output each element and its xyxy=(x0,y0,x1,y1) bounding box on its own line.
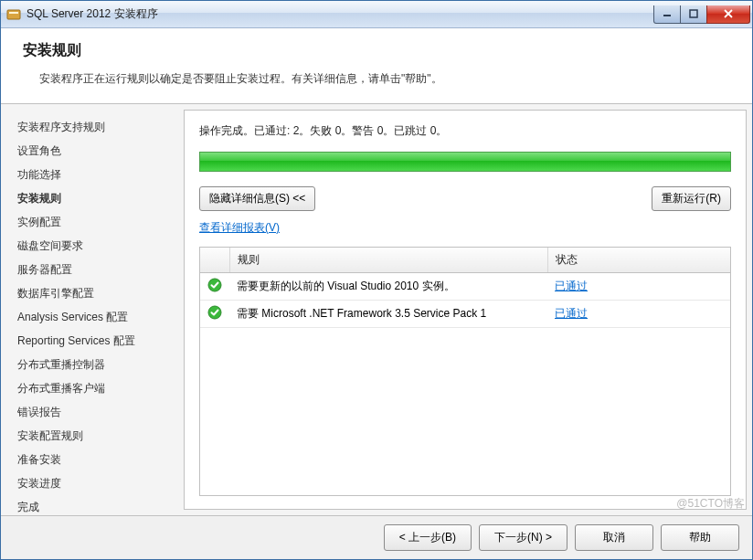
main-panel: 操作完成。已通过: 2。失败 0。警告 0。已跳过 0。 隐藏详细信息(S) <… xyxy=(184,110,747,510)
sidebar-item-10[interactable]: 分布式重播控制器 xyxy=(17,353,184,376)
back-button[interactable]: < 上一步(B) xyxy=(384,524,472,551)
col-rule: 规则 xyxy=(229,248,547,273)
titlebar: SQL Server 2012 安装程序 xyxy=(1,1,752,28)
svg-rect-2 xyxy=(663,15,671,16)
svg-rect-0 xyxy=(7,10,20,19)
svg-rect-1 xyxy=(9,12,18,14)
page-subtitle: 安装程序正在运行规则以确定是否要阻止安装过程。有关详细信息，请单击"帮助"。 xyxy=(23,71,730,87)
sidebar-item-0[interactable]: 安装程序支持规则 xyxy=(17,115,184,139)
sidebar-item-11[interactable]: 分布式重播客户端 xyxy=(17,376,184,400)
page-title: 安装规则 xyxy=(23,41,730,60)
installer-window: SQL Server 2012 安装程序 安装规则 安装程序正在运行规则以确定是… xyxy=(0,0,753,560)
sidebar-item-4[interactable]: 实例配置 xyxy=(17,210,184,234)
sidebar-item-16[interactable]: 完成 xyxy=(17,495,184,515)
window-title: SQL Server 2012 安装程序 xyxy=(27,6,654,22)
rule-cell: 需要更新的以前的 Visual Studio 2010 实例。 xyxy=(229,273,547,301)
actions-row: 隐藏详细信息(S) << 重新运行(R) xyxy=(199,186,731,211)
rule-cell: 需要 Microsoft .NET Framework 3.5 Service … xyxy=(229,301,547,328)
help-button[interactable]: 帮助 xyxy=(661,524,739,551)
progress-bar xyxy=(199,152,731,172)
svg-rect-3 xyxy=(690,10,697,17)
footer: < 上一步(B) 下一步(N) > 取消 帮助 xyxy=(1,515,752,559)
table-row: 需要更新的以前的 Visual Studio 2010 实例。已通过 xyxy=(200,273,730,301)
page-header: 安装规则 安装程序正在运行规则以确定是否要阻止安装过程。有关详细信息，请单击"帮… xyxy=(1,28,752,104)
window-controls xyxy=(654,5,750,24)
sidebar-item-9[interactable]: Reporting Services 配置 xyxy=(17,329,184,353)
sidebar-item-2[interactable]: 功能选择 xyxy=(17,163,184,186)
close-button[interactable] xyxy=(706,5,750,24)
col-status: 状态 xyxy=(547,248,730,273)
maximize-button[interactable] xyxy=(680,5,707,24)
sidebar-item-12[interactable]: 错误报告 xyxy=(17,400,184,424)
status-link[interactable]: 已通过 xyxy=(555,280,588,292)
check-icon xyxy=(207,278,222,292)
rules-table: 规则 状态 需要更新的以前的 Visual Studio 2010 实例。已通过… xyxy=(200,248,730,328)
view-report-link[interactable]: 查看详细报表(V) xyxy=(199,220,731,236)
sidebar-item-7[interactable]: 数据库引擎配置 xyxy=(17,281,184,305)
app-icon xyxy=(6,7,21,22)
rerun-button[interactable]: 重新运行(R) xyxy=(652,186,731,211)
sidebar-item-8[interactable]: Analysis Services 配置 xyxy=(17,305,184,329)
sidebar-item-15[interactable]: 安装进度 xyxy=(17,471,184,495)
check-icon xyxy=(207,305,222,320)
sidebar-item-3[interactable]: 安装规则 xyxy=(17,186,184,210)
sidebar-item-6[interactable]: 服务器配置 xyxy=(17,258,184,281)
minimize-button[interactable] xyxy=(653,5,681,24)
table-row: 需要 Microsoft .NET Framework 3.5 Service … xyxy=(200,301,730,328)
sidebar-item-14[interactable]: 准备安装 xyxy=(17,448,184,471)
cancel-button[interactable]: 取消 xyxy=(575,524,653,551)
col-icon xyxy=(200,248,229,273)
next-button[interactable]: 下一步(N) > xyxy=(479,524,567,551)
sidebar-item-1[interactable]: 设置角色 xyxy=(17,139,184,163)
rules-table-wrap: 规则 状态 需要更新的以前的 Visual Studio 2010 实例。已通过… xyxy=(199,247,731,496)
sidebar-item-5[interactable]: 磁盘空间要求 xyxy=(17,234,184,258)
content-area: 安装程序支持规则设置角色功能选择安装规则实例配置磁盘空间要求服务器配置数据库引擎… xyxy=(1,104,752,515)
status-link[interactable]: 已通过 xyxy=(555,307,588,320)
hide-details-button[interactable]: 隐藏详细信息(S) << xyxy=(199,186,315,211)
sidebar-item-13[interactable]: 安装配置规则 xyxy=(17,424,184,448)
sidebar: 安装程序支持规则设置角色功能选择安装规则实例配置磁盘空间要求服务器配置数据库引擎… xyxy=(1,104,184,515)
status-line: 操作完成。已通过: 2。失败 0。警告 0。已跳过 0。 xyxy=(199,123,731,139)
